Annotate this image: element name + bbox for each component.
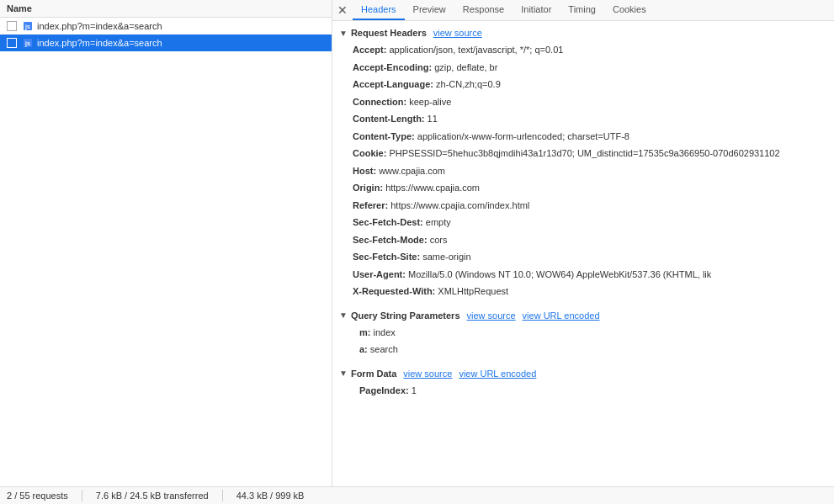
status-bar: 2 / 55 requests 7.6 kB / 24.5 kB transfe… xyxy=(0,486,834,504)
form-view-url-encoded-link[interactable]: view URL encoded xyxy=(459,369,536,379)
header-row: Sec-Fetch-Mode: cors xyxy=(332,231,834,249)
list-item[interactable]: js index.php?m=index&a=search xyxy=(0,34,332,51)
tab-headers[interactable]: Headers xyxy=(353,0,405,20)
param-value: search xyxy=(370,344,398,354)
resource-size: 44.3 kB / 999 kB xyxy=(236,491,305,501)
tab-response[interactable]: Response xyxy=(454,0,513,20)
left-panel: Name js index.php?m=index&a=search js in… xyxy=(0,0,332,486)
header-value: zh-CN,zh;q=0.9 xyxy=(436,79,501,89)
header-name: Host: xyxy=(353,166,376,176)
toggle-arrow-icon: ▼ xyxy=(339,310,348,320)
query-params-toggle[interactable]: ▼ Query String Parameters view source vi… xyxy=(332,307,834,324)
query-view-url-encoded-link[interactable]: view URL encoded xyxy=(523,310,600,321)
header-value: application/x-www-form-urlencoded; chars… xyxy=(417,131,629,141)
header-name: X-Requested-With: xyxy=(353,286,435,296)
form-data-toggle[interactable]: ▼ Form Data view source view URL encoded xyxy=(332,365,834,382)
param-row: m: index xyxy=(332,324,834,342)
header-name: Origin: xyxy=(353,183,383,193)
svg-text:js: js xyxy=(24,40,30,47)
header-row: Origin: https://www.cpajia.com xyxy=(332,179,834,197)
query-params-section: ▼ Query String Parameters view source vi… xyxy=(332,304,834,362)
tab-cookies[interactable]: Cookies xyxy=(604,0,655,20)
form-param-value: 1 xyxy=(412,385,417,395)
header-row: Connection: keep-alive xyxy=(332,93,834,111)
status-divider-2 xyxy=(222,490,223,501)
view-source-link[interactable]: view source xyxy=(433,28,482,38)
header-value: XMLHttpRequest xyxy=(438,286,508,296)
header-row: Content-Length: 11 xyxy=(332,110,834,128)
right-panel: ✕ Headers Preview Response Initiator Tim… xyxy=(332,0,834,486)
file-icon: js xyxy=(22,37,34,49)
header-name: User-Agent: xyxy=(353,269,406,279)
header-value: gzip, deflate, br xyxy=(434,62,497,72)
header-name: Cookie: xyxy=(353,148,386,158)
header-row: Host: www.cpajia.com xyxy=(332,162,834,180)
requests-count: 2 / 55 requests xyxy=(7,491,68,501)
header-value: cors xyxy=(430,235,448,245)
form-data-list: PageIndex: 1 xyxy=(332,382,834,400)
file-list: js index.php?m=index&a=search js index.p… xyxy=(0,18,332,486)
tab-initiator[interactable]: Initiator xyxy=(513,0,560,20)
file-name: index.php?m=index&a=search xyxy=(37,38,162,48)
file-checkbox[interactable] xyxy=(7,21,17,31)
header-row: Accept: application/json, text/javascrip… xyxy=(332,41,834,59)
header-name: Accept: xyxy=(353,45,386,55)
request-headers-list: Accept: application/json, text/javascrip… xyxy=(332,41,834,300)
toggle-arrow-icon: ▼ xyxy=(339,369,348,378)
query-params-list: m: indexa: search xyxy=(332,324,834,358)
tab-preview[interactable]: Preview xyxy=(405,0,454,20)
header-name: Content-Type: xyxy=(353,131,415,141)
header-name: Accept-Encoding: xyxy=(353,62,432,72)
header-value: application/json, text/javascript, */*; … xyxy=(389,45,563,55)
svg-text:js: js xyxy=(24,24,30,30)
request-headers-toggle[interactable]: ▼ Request Headers view source xyxy=(332,24,834,41)
file-name: index.php?m=index&a=search xyxy=(37,21,162,31)
header-name: Sec-Fetch-Mode: xyxy=(353,235,428,245)
header-value: www.cpajia.com xyxy=(379,166,445,176)
status-divider xyxy=(82,490,82,501)
header-value: 11 xyxy=(428,114,438,124)
form-data-title: Form Data xyxy=(351,369,396,379)
form-view-source-link[interactable]: view source xyxy=(403,369,452,379)
left-panel-header: Name xyxy=(0,0,332,18)
header-name: Sec-Fetch-Site: xyxy=(353,252,420,262)
list-item[interactable]: js index.php?m=index&a=search xyxy=(0,18,332,34)
header-value: keep-alive xyxy=(409,97,451,107)
request-headers-title: Request Headers xyxy=(351,28,427,38)
file-checkbox[interactable] xyxy=(7,38,17,48)
header-row: Accept-Encoding: gzip, deflate, br xyxy=(332,59,834,77)
content-area: ▼ Request Headers view source Accept: ap… xyxy=(332,21,834,486)
transfer-size: 7.6 kB / 24.5 kB transferred xyxy=(96,491,209,501)
param-name: a: xyxy=(359,344,368,354)
header-row: Referer: https://www.cpajia.com/index.ht… xyxy=(332,197,834,215)
request-headers-section: ▼ Request Headers view source Accept: ap… xyxy=(332,21,834,304)
header-name: Sec-Fetch-Dest: xyxy=(353,217,423,227)
header-row: Content-Type: application/x-www-form-url… xyxy=(332,128,834,146)
header-row: Sec-Fetch-Dest: empty xyxy=(332,214,834,231)
file-icon: js xyxy=(22,20,34,32)
param-value: index xyxy=(374,327,396,337)
header-value: https://www.cpajia.com/index.html xyxy=(390,200,529,210)
header-row: Cookie: PHPSESSID=5hehuc3b8qjmdihi43a1r1… xyxy=(332,145,834,162)
header-value: empty xyxy=(426,217,451,227)
header-value: Mozilla/5.0 (Windows NT 10.0; WOW64) App… xyxy=(408,269,711,279)
header-name: Connection: xyxy=(353,97,406,107)
header-value: https://www.cpajia.com xyxy=(385,183,480,193)
header-row: Accept-Language: zh-CN,zh;q=0.9 xyxy=(332,76,834,93)
param-name: m: xyxy=(359,327,370,337)
query-view-source-link[interactable]: view source xyxy=(467,310,516,321)
header-name: Accept-Language: xyxy=(353,79,433,89)
form-param-name: PageIndex: xyxy=(359,385,409,395)
close-button[interactable]: ✕ xyxy=(336,3,349,17)
toggle-arrow-icon: ▼ xyxy=(339,29,348,38)
tab-timing[interactable]: Timing xyxy=(560,0,604,20)
param-row: a: search xyxy=(332,341,834,358)
form-param-row: PageIndex: 1 xyxy=(332,382,834,400)
header-row: User-Agent: Mozilla/5.0 (Windows NT 10.0… xyxy=(332,266,834,284)
header-row: X-Requested-With: XMLHttpRequest xyxy=(332,283,834,300)
header-name: Content-Length: xyxy=(353,114,425,124)
header-row: Sec-Fetch-Site: same-origin xyxy=(332,248,834,266)
header-name: Referer: xyxy=(353,200,388,210)
header-value: same-origin xyxy=(422,252,470,262)
query-params-title: Query String Parameters xyxy=(351,310,460,321)
